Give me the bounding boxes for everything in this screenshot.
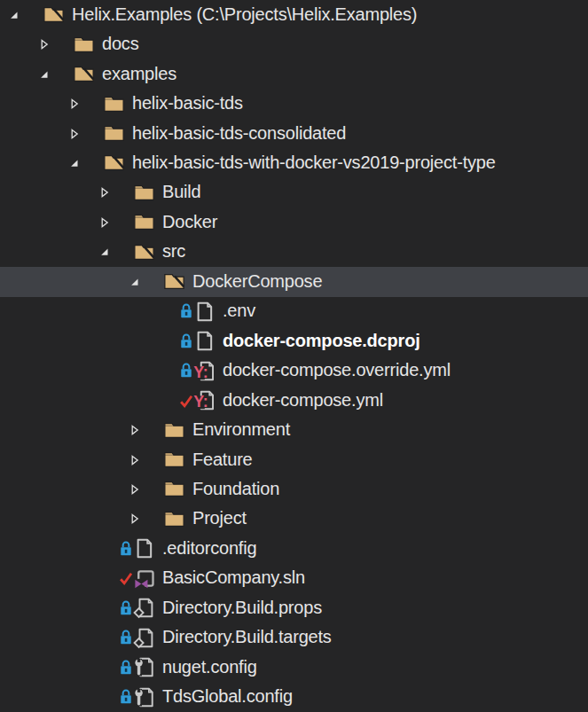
state-placeholder [148, 421, 163, 440]
state-placeholder [58, 65, 73, 83]
tree-item-label: Environment [192, 420, 290, 440]
yaml-file-icon: Y: [193, 389, 216, 411]
folder-closed-icon [73, 34, 95, 56]
tree-item-label: Project [192, 509, 247, 528]
tree-indent [0, 162, 67, 163]
tree-item[interactable]: Project [0, 505, 588, 534]
tree-item-label: Build [162, 183, 200, 202]
expand-arrow-icon[interactable] [37, 37, 51, 51]
expand-arrow-icon[interactable] [128, 512, 142, 526]
tree-indent [0, 371, 158, 372]
tree-indent [0, 340, 158, 341]
tree-item-label: Helix.Examples (C:\Projects\Helix.Exampl… [72, 5, 417, 25]
tree-item[interactable]: examples [0, 59, 588, 89]
yaml-file-icon: Y: [193, 360, 216, 382]
tree-item[interactable]: Directory.Build.targets [0, 623, 588, 653]
tree-item[interactable]: Directory.Build.props [0, 593, 588, 622]
state-placeholder [148, 450, 163, 469]
tree-item[interactable]: src [0, 238, 588, 267]
tree-item-label: Directory.Build.targets [162, 628, 332, 647]
tree-item[interactable]: Docker [0, 207, 588, 237]
collapse-arrow-icon[interactable] [7, 8, 21, 22]
folder-closed-icon [103, 93, 125, 115]
state-placeholder [88, 95, 103, 113]
tree-indent [0, 222, 98, 223]
folder-closed-icon [133, 182, 155, 204]
check-icon [118, 569, 133, 588]
folder-open-icon [43, 4, 65, 26]
tree-item[interactable]: BasicCompany.sln [0, 564, 588, 593]
state-placeholder [148, 480, 163, 498]
tree-indent [0, 519, 128, 520]
tree-item-label: docker-compose.yml [223, 391, 383, 411]
folder-closed-icon [103, 122, 125, 145]
check-icon [178, 391, 193, 410]
tree-item[interactable]: helix-basic-tds-with-docker-vs2019-proje… [0, 148, 588, 177]
tree-item-label: helix-basic-tds-with-docker-vs2019-proje… [132, 153, 496, 173]
tree-item-label: BasicCompany.sln [162, 568, 305, 588]
state-placeholder [118, 184, 133, 202]
tree-item[interactable]: Environment [0, 415, 588, 444]
tree-item-label: docs [102, 35, 138, 54]
tree-item-label: docker-compose.override.yml [223, 361, 451, 380]
svg-text:Y:: Y: [193, 364, 208, 381]
tree-indent [0, 44, 37, 45]
expand-arrow-icon[interactable] [128, 423, 142, 437]
svg-text:Y:: Y: [193, 393, 208, 411]
lock-icon [178, 362, 193, 380]
tree-indent [0, 74, 37, 74]
state-placeholder [58, 35, 73, 54]
collapse-arrow-icon[interactable] [37, 67, 51, 82]
tree-item-label: .editorconfig [162, 539, 256, 559]
folder-closed-icon [163, 419, 185, 442]
tree-item-label: Feature [192, 450, 253, 470]
tree-item[interactable]: nuget.config [0, 653, 588, 682]
expand-arrow-icon[interactable] [67, 97, 82, 111]
tree-indent [0, 14, 7, 15]
tree-item[interactable]: Build [0, 178, 588, 207]
state-placeholder [148, 272, 163, 291]
lock-icon [118, 658, 133, 677]
tree-item[interactable]: TdsGlobal.config [0, 682, 588, 711]
tree-indent [0, 489, 128, 489]
folder-open-icon [163, 270, 185, 293]
tree-indent [0, 697, 98, 698]
collapse-arrow-icon[interactable] [67, 156, 82, 170]
tree-item[interactable]: .editorconfig [0, 534, 588, 563]
msbuild-file-icon [133, 597, 155, 619]
folder-closed-icon [133, 211, 155, 233]
expand-arrow-icon[interactable] [98, 185, 112, 200]
tree-item[interactable]: Helix.Examples (C:\Projects\Helix.Exampl… [0, 0, 588, 29]
tree-item[interactable]: Feature [0, 445, 588, 474]
tree-item[interactable]: Y: docker-compose.yml [0, 386, 588, 415]
tree-item[interactable]: docs [0, 29, 588, 59]
expand-arrow-icon[interactable] [98, 215, 112, 230]
expand-arrow-icon[interactable] [128, 482, 142, 497]
tree-item[interactable]: DockerCompose [0, 267, 588, 296]
tree-item-label: Foundation [192, 480, 279, 499]
config-file-icon [133, 686, 155, 708]
folder-closed-icon [163, 508, 185, 530]
tree-indent [0, 252, 98, 253]
expand-arrow-icon[interactable] [67, 127, 82, 141]
tree-item[interactable]: Y: docker-compose.override.yml [0, 356, 588, 385]
state-placeholder [27, 5, 43, 24]
tree-item-label: DockerCompose [192, 272, 322, 292]
tree-item-label: .env [223, 301, 255, 321]
tree-item[interactable]: Foundation [0, 474, 588, 504]
tree-item-label: docker-compose.dcproj [223, 332, 420, 351]
tree-indent [0, 311, 158, 312]
tree-indent [0, 667, 98, 668]
expand-arrow-icon[interactable] [128, 453, 142, 467]
tree-item[interactable]: docker-compose.dcproj [0, 326, 588, 356]
collapse-arrow-icon[interactable] [128, 275, 142, 289]
tree-item[interactable]: helix-basic-tds [0, 89, 588, 118]
tree-item[interactable]: .env [0, 297, 588, 326]
state-placeholder [118, 243, 133, 262]
tree-indent [0, 578, 98, 579]
tree-item-label: examples [102, 65, 176, 84]
folder-open-icon [103, 152, 125, 174]
collapse-arrow-icon[interactable] [98, 245, 112, 259]
tree-item[interactable]: helix-basic-tds-consolidated [0, 119, 588, 148]
tree-item-label: Directory.Build.props [162, 599, 322, 618]
